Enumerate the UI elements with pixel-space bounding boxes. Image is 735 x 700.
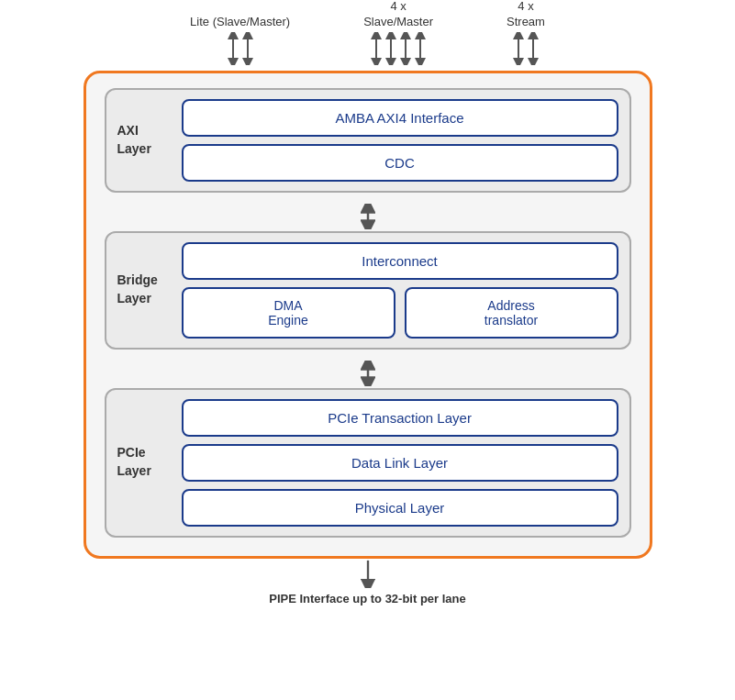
lite-label: Lite (Slave/Master) <box>190 15 290 30</box>
axi-layer: AXI Layer AMBA AXI4 Interface CDC <box>105 88 631 193</box>
pcie-layer: PCIe Layer PCIe Transaction Layer Data L… <box>105 388 631 538</box>
bridge-layer-content: Interconnect DMAEngine Addresstranslator <box>182 242 618 339</box>
lite-arrows <box>228 32 253 65</box>
bottom-arrow <box>361 559 375 588</box>
stream-arrows <box>513 32 539 65</box>
pcie-transaction-box: PCIe Transaction Layer <box>182 399 618 437</box>
arrow-axi-bridge <box>105 204 631 229</box>
physical-layer-box: Physical Layer <box>182 489 618 527</box>
arrow-bridge-pcie <box>105 361 631 386</box>
stream-label: 4 xStream <box>507 0 545 30</box>
slave-master-label: 4 xSlave/Master <box>363 0 433 30</box>
cdc-box: CDC <box>182 144 618 182</box>
data-link-box: Data Link Layer <box>182 444 618 482</box>
outer-box: AXI Layer AMBA AXI4 Interface CDC Bridge… <box>84 71 652 559</box>
pcie-layer-label: PCIe Layer <box>117 444 173 480</box>
dma-engine-box: DMAEngine <box>182 287 395 339</box>
top-label-slave-master: 4 xSlave/Master <box>363 0 433 67</box>
bottom-label: PIPE Interface up to 32-bit per lane <box>269 592 466 606</box>
axi-layer-label: AXI Layer <box>117 122 173 158</box>
dma-addr-row: DMAEngine Addresstranslator <box>182 287 618 339</box>
interconnect-box: Interconnect <box>182 242 618 280</box>
bridge-layer-label: Bridge Layer <box>117 272 173 307</box>
pcie-layer-content: PCIe Transaction Layer Data Link Layer P… <box>182 399 618 527</box>
top-label-stream: 4 xStream <box>507 0 545 67</box>
bridge-layer: Bridge Layer Interconnect DMAEngine Addr… <box>105 231 631 350</box>
amba-axi4-box: AMBA AXI4 Interface <box>182 99 618 137</box>
bottom-section: PIPE Interface up to 32-bit per lane <box>84 559 652 606</box>
address-translator-box: Addresstranslator <box>405 287 618 339</box>
top-label-lite: Lite (Slave/Master) <box>190 15 290 67</box>
diagram-container: Lite (Slave/Master) 4 xSlave/Master 4 xS… <box>10 6 726 694</box>
top-labels: Lite (Slave/Master) 4 xSlave/Master 4 xS… <box>10 6 726 71</box>
slave-master-arrows <box>371 32 426 65</box>
axi-layer-content: AMBA AXI4 Interface CDC <box>182 99 618 182</box>
